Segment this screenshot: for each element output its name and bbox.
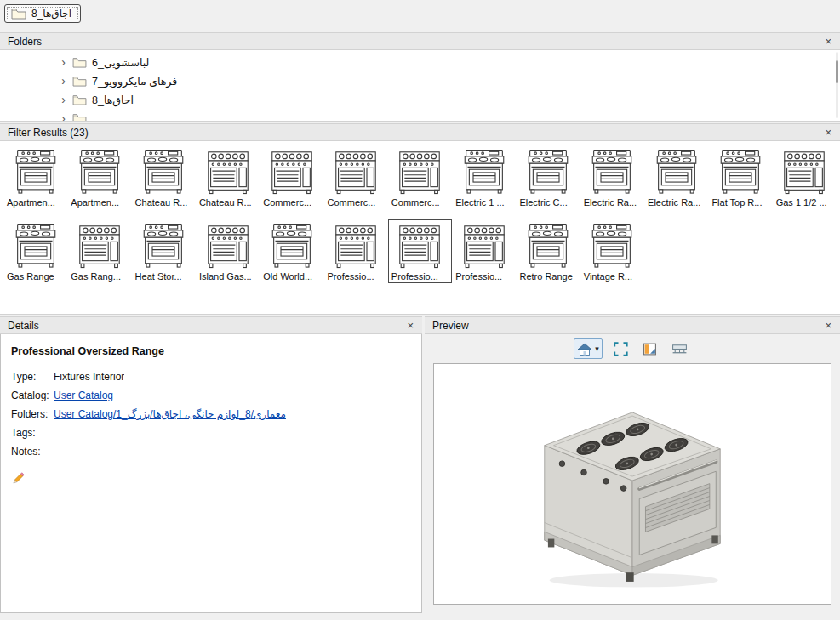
folder-tree-item[interactable]: › فرهای مایکروویو_7 [0, 71, 840, 90]
folder-icon [72, 76, 87, 87]
catalog-item[interactable]: Chateau R... [132, 145, 196, 209]
close-icon[interactable]: × [406, 320, 414, 331]
catalog-item[interactable]: Commerc... [324, 145, 388, 209]
catalog-item[interactable]: Heat Stor... [132, 219, 196, 283]
catalog-item-label: Electric 1 ... [454, 197, 514, 208]
detail-field: Type: Fixtures Interior [11, 371, 411, 390]
folder-tree-item[interactable]: › لباسشویی_6 [0, 53, 840, 71]
catalog-item-label: Electric C... [517, 197, 578, 208]
library-browser-window: اجاق‌ها_8 Folders × › لباسشویی_6 › فرهای… [0, 0, 840, 620]
folder-tree-item[interactable]: › [0, 109, 840, 122]
library-tab-label: اجاق‌ها_8 [31, 8, 71, 20]
folder-label: لباسشویی_6 [92, 56, 149, 69]
detail-field: Tags: [11, 427, 411, 446]
detail-field-label: Folders: [11, 408, 54, 420]
catalog-item[interactable]: Gas 1 1/2 ... [773, 145, 837, 209]
range-3d-render [527, 372, 738, 589]
details-panel-header: Details × [0, 316, 422, 334]
preview-panel-title: Preview [432, 320, 824, 332]
folder-icon [72, 57, 87, 68]
range-icon [590, 221, 634, 270]
detail-fields: Type: Fixtures Interior Catalog: User Ca… [11, 371, 411, 464]
filter-results-title: Filter Results (23) [8, 127, 824, 139]
range-icon [397, 221, 442, 270]
preview-body: ▾ [425, 334, 840, 613]
close-icon[interactable]: × [824, 127, 832, 138]
catalog-item-label: Vintage R... [582, 271, 643, 282]
catalog-item[interactable]: Flat Top R... [708, 145, 772, 209]
catalog-item[interactable]: Retro Range [516, 219, 580, 283]
catalog-item[interactable]: Gas Range [3, 219, 67, 283]
range-icon [14, 147, 58, 196]
catalog-item[interactable]: Commerc... [388, 145, 452, 209]
catalog-item-label: Electric Ra... [582, 197, 643, 208]
range-icon [141, 147, 186, 196]
texture-toggle-button[interactable] [668, 338, 691, 359]
catalog-item-label: Professio... [390, 271, 450, 282]
preview-3d-viewport[interactable] [433, 363, 831, 605]
detail-link[interactable]: User Catalog [54, 390, 113, 401]
range-icon [397, 147, 442, 196]
range-icon [782, 147, 826, 196]
catalog-item-label: Old World... [261, 271, 322, 282]
catalog-item-label: Retro Range [517, 271, 578, 282]
folder-tree-item[interactable]: › اجاق‌ها_8 [0, 90, 840, 109]
catalog-item[interactable]: Electric Ra... [644, 145, 708, 209]
catalog-item[interactable]: Commerc... [260, 145, 323, 209]
camera-view-button[interactable]: ▾ [574, 338, 603, 359]
catalog-item[interactable]: Professio... [452, 219, 516, 283]
range-icon [270, 147, 314, 196]
catalog-item[interactable]: Apartmen... [67, 145, 131, 209]
catalog-item-label: Gas Range [5, 271, 66, 282]
chevron-right-icon[interactable]: › [60, 93, 67, 106]
bottom-split: Details × Professional Oversized Range T… [0, 316, 840, 613]
pencil-icon [11, 471, 25, 486]
range-icon [141, 221, 186, 270]
details-panel-title: Details [8, 320, 406, 332]
catalog-item[interactable]: Vintage R... [580, 219, 644, 283]
catalog-item[interactable]: Professio... [388, 219, 452, 283]
chevron-down-icon[interactable]: ▾ [595, 344, 599, 353]
chevron-right-icon[interactable]: › [60, 74, 67, 88]
color-toggle-button[interactable] [639, 338, 660, 359]
range-icon [270, 221, 314, 270]
filter-results-panel: Filter Results (23) × Apartmen... Apartm… [0, 123, 840, 315]
chevron-right-icon[interactable]: › [60, 55, 67, 69]
range-icon [526, 221, 570, 270]
catalog-item-label: Apartmen... [69, 197, 129, 208]
catalog-item-label: Chateau R... [134, 197, 194, 208]
catalog-item[interactable]: Electric C... [516, 145, 580, 209]
range-icon [334, 221, 378, 270]
catalog-item[interactable]: Professio... [324, 219, 388, 283]
tab-bar: اجاق‌ها_8 [0, 0, 840, 32]
library-tab[interactable]: اجاق‌ها_8 [4, 4, 81, 23]
catalog-item[interactable]: Gas Rang... [67, 219, 131, 283]
catalog-item[interactable]: Old World... [260, 219, 323, 283]
catalog-item[interactable]: Electric Ra... [580, 145, 644, 209]
filter-results-body: Apartmen... Apartmen... Chateau R... [0, 141, 840, 315]
range-icon [590, 147, 634, 196]
catalog-item-label: Heat Stor... [134, 271, 194, 282]
chevron-right-icon[interactable]: › [60, 111, 67, 122]
house-icon [577, 343, 592, 356]
catalog-item[interactable]: Island Gas... [196, 219, 260, 283]
close-icon[interactable]: × [824, 320, 832, 331]
catalog-item[interactable]: Electric 1 ... [452, 145, 516, 209]
fill-window-button[interactable] [610, 338, 631, 359]
catalog-item[interactable]: Apartmen... [3, 145, 67, 209]
catalog-item[interactable]: Chateau R... [196, 145, 260, 209]
color-icon [643, 342, 657, 356]
edit-notes-button[interactable] [11, 471, 411, 486]
range-icon [14, 221, 58, 270]
scrollbar-thumb[interactable] [836, 60, 838, 83]
detail-field: Notes: [11, 446, 411, 464]
folders-tree: › لباسشویی_6 › فرهای مایکروویو_7 › اجاق‌… [0, 50, 840, 122]
detail-field: Folders: User Catalog/1_معماری/8_لوازم خ… [11, 408, 411, 427]
catalog-item-label: Commerc... [261, 197, 322, 208]
close-icon[interactable]: × [824, 36, 832, 47]
detail-link[interactable]: User Catalog/1_معماری/8_لوازم خانگی، اجا… [54, 408, 286, 420]
detail-field: Catalog: User Catalog [11, 390, 411, 408]
folder-label: اجاق‌ها_8 [92, 94, 134, 106]
preview-panel-header: Preview × [425, 316, 840, 334]
texture-icon [671, 343, 688, 356]
